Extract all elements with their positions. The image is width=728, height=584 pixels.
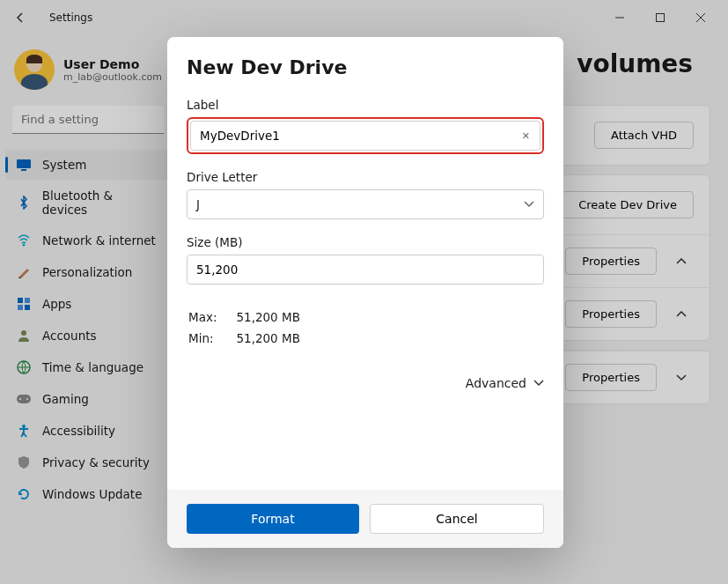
label-input[interactable] — [190, 121, 540, 151]
format-button[interactable]: Format — [187, 504, 359, 534]
drive-letter-value: J — [196, 197, 200, 211]
label-field-label: Label — [187, 98, 544, 112]
dialog-title: New Dev Drive — [187, 56, 544, 78]
advanced-label: Advanced — [466, 376, 526, 390]
min-value: 51,200 MB — [236, 329, 317, 348]
drive-letter-select[interactable]: J — [187, 189, 544, 219]
new-dev-drive-dialog: New Dev Drive Label ✕ Drive Letter J Siz… — [167, 37, 563, 548]
size-limits: Max:51,200 MB Min:51,200 MB — [187, 306, 320, 350]
max-value: 51,200 MB — [236, 307, 317, 327]
clear-icon[interactable]: ✕ — [522, 130, 530, 142]
dialog-footer: Format Cancel — [167, 490, 563, 548]
cancel-button[interactable]: Cancel — [370, 504, 544, 534]
chevron-down-icon — [524, 201, 534, 208]
max-label: Max: — [188, 307, 234, 327]
advanced-toggle[interactable]: Advanced — [187, 376, 544, 390]
chevron-down-icon — [533, 380, 544, 387]
size-input[interactable] — [187, 255, 544, 285]
drive-letter-label: Drive Letter — [187, 170, 544, 184]
min-label: Min: — [188, 329, 234, 348]
label-field-wrap: ✕ — [187, 117, 544, 154]
size-label: Size (MB) — [187, 235, 544, 249]
